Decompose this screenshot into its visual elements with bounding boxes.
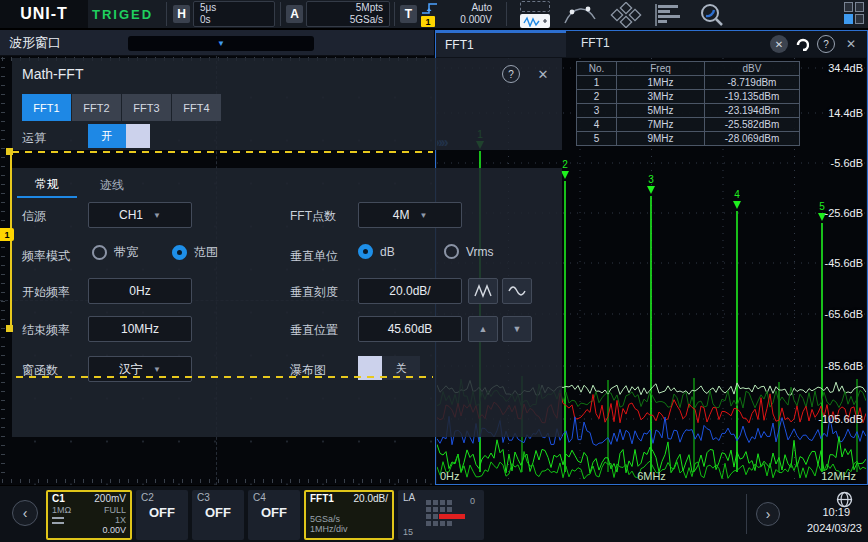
horizontal-chip[interactable]: H bbox=[173, 5, 190, 23]
select-tool-icon[interactable] bbox=[520, 1, 550, 12]
fft-scale: 20.0dB/ bbox=[354, 493, 388, 504]
window-dropdown-handle[interactable]: ▼ bbox=[128, 36, 314, 51]
table-cell: 5MHz bbox=[617, 104, 705, 118]
trigger-chip[interactable]: T bbox=[400, 5, 417, 23]
ch1-trace-top bbox=[12, 151, 433, 153]
start-freq-label: 开始频率 bbox=[22, 284, 70, 301]
table-header: dBV bbox=[705, 62, 800, 76]
layout-grid-icon[interactable] bbox=[844, 2, 866, 27]
y-axis-label: -85.6dB bbox=[824, 360, 863, 372]
y-axis-label: -105.6dB bbox=[818, 413, 863, 425]
table-header: No. bbox=[577, 62, 617, 76]
horizontal-values[interactable]: 5μs 0s bbox=[193, 1, 275, 27]
window-func-value: 汉宁 bbox=[119, 361, 143, 378]
source-select[interactable]: CH1▼ bbox=[88, 202, 192, 228]
c2-state: OFF bbox=[136, 505, 188, 520]
channel-c2-box[interactable]: C2 OFF bbox=[136, 490, 188, 540]
y-axis-label: -65.6dB bbox=[824, 308, 863, 320]
search-icon[interactable] bbox=[694, 2, 730, 28]
c3-state: OFF bbox=[192, 505, 244, 520]
end-freq-input[interactable]: 10MHz bbox=[88, 316, 192, 342]
tab-fft3[interactable]: FFT3 bbox=[122, 94, 171, 121]
table-row: 47MHz-25.582dBm bbox=[577, 118, 800, 132]
radio-circle bbox=[172, 245, 187, 260]
tab-trace[interactable]: 迹线 bbox=[82, 172, 142, 198]
math-fft-dialog-header-card: Math-FFT ? ✕ FFT1 FFT2 FFT3 FFT4 运算 开 bbox=[12, 58, 562, 150]
acquire-chip[interactable]: A bbox=[286, 5, 303, 23]
table-row: 35MHz-23.194dBm bbox=[577, 104, 800, 118]
radio-label: dB bbox=[380, 245, 395, 259]
fft-window-tab[interactable]: FFT1 bbox=[436, 31, 566, 57]
table-cell: 1MHz bbox=[617, 76, 705, 90]
table-cell: -25.582dBm bbox=[705, 118, 800, 132]
trigger-source-badge: 1 bbox=[421, 16, 435, 27]
fft-hdiv: 1MHz/div bbox=[306, 524, 392, 534]
table-cell: 1 bbox=[577, 76, 617, 90]
c2-name: C2 bbox=[136, 490, 188, 505]
close-window-icon[interactable]: ✕ bbox=[842, 35, 860, 53]
detach-window-icon[interactable] bbox=[793, 35, 811, 53]
divider bbox=[506, 2, 507, 26]
histogram-icon[interactable] bbox=[652, 2, 684, 28]
tab-fft2[interactable]: FFT2 bbox=[72, 94, 121, 121]
channel-c1-box[interactable]: C1 200mV 1MΩ FULL 1X 0.00V bbox=[46, 490, 132, 540]
start-freq-input[interactable]: 0Hz bbox=[88, 278, 192, 304]
y-axis-label: -5.6dB bbox=[831, 157, 863, 169]
fft-points-select[interactable]: 4M▼ bbox=[358, 202, 462, 228]
bottom-channel-bar: ‹ C1 200mV 1MΩ FULL 1X 0.00V C2 OFF bbox=[0, 485, 868, 542]
waveform-move-icon[interactable] bbox=[520, 14, 550, 28]
help-icon[interactable]: ? bbox=[817, 35, 835, 53]
c1-bandwidth: FULL bbox=[104, 505, 126, 515]
table-cell: 5 bbox=[577, 132, 617, 146]
channel-c3-box[interactable]: C3 OFF bbox=[192, 490, 244, 540]
table-row: 23MHz-19.135dBm bbox=[577, 90, 800, 104]
tab-fft1[interactable]: FFT1 bbox=[22, 94, 71, 121]
collapse-left-button[interactable]: ‹ bbox=[12, 500, 38, 526]
window-func-select[interactable]: 汉宁▼ bbox=[88, 356, 192, 382]
clear-icon[interactable]: ✕ bbox=[770, 35, 788, 53]
vpos-input[interactable]: 45.60dB bbox=[358, 316, 462, 342]
trigger-values[interactable]: Auto 0.000V bbox=[438, 1, 498, 27]
table-row: 11MHz-8.719dBm bbox=[577, 76, 800, 90]
c1-impedance: 1MΩ bbox=[52, 505, 71, 515]
operation-toggle[interactable]: 开 bbox=[88, 124, 150, 148]
channel-c4-box[interactable]: C4 OFF bbox=[248, 490, 300, 540]
expand-right-button[interactable]: › bbox=[756, 502, 780, 526]
trig-mode: Auto bbox=[471, 2, 492, 14]
trig-level: 0.000V bbox=[460, 14, 492, 26]
radio-label: 带宽 bbox=[114, 244, 138, 261]
tab-fft4[interactable]: FFT4 bbox=[172, 94, 221, 121]
dialog-close-icon[interactable]: ✕ bbox=[534, 65, 552, 83]
x-axis-label: 0Hz bbox=[440, 470, 460, 482]
divider bbox=[746, 494, 747, 534]
c1-name: C1 bbox=[52, 493, 65, 504]
radio-bandwidth[interactable]: 带宽 bbox=[92, 244, 138, 261]
radio-range[interactable]: 范围 bbox=[172, 244, 218, 261]
x-axis-label: 6MHz bbox=[637, 470, 666, 482]
fft-peak-table: No.FreqdBV11MHz-8.719dBm23MHz-19.135dBm3… bbox=[576, 61, 800, 146]
measure-ab-icon[interactable] bbox=[562, 2, 598, 28]
acquire-values[interactable]: 5Mpts 5GSa/s bbox=[306, 1, 390, 27]
x-axis-label: 12MHz bbox=[821, 470, 856, 482]
svg-text:3: 3 bbox=[648, 174, 654, 185]
radio-vrms[interactable]: Vrms bbox=[444, 244, 494, 259]
radio-circle bbox=[358, 244, 373, 259]
table-cell: -28.069dBm bbox=[705, 132, 800, 146]
radio-db[interactable]: dB bbox=[358, 244, 395, 259]
xy-mode-icon[interactable] bbox=[608, 2, 644, 28]
vscale-coarse-button[interactable] bbox=[468, 278, 498, 304]
divider bbox=[280, 2, 281, 26]
tab-general[interactable]: 常规 bbox=[17, 172, 77, 198]
fft1-status-box[interactable]: FFT1 20.0dB/ 5GSa/s 1MHz/div bbox=[304, 490, 394, 540]
brand-logo: UNI-T bbox=[0, 0, 88, 28]
fft-tabs: FFT1 FFT2 FFT3 FFT4 bbox=[22, 94, 222, 121]
la-status-box[interactable]: LA 0 15 bbox=[398, 490, 484, 540]
vscale-input[interactable]: 20.0dB/ bbox=[358, 278, 462, 304]
vpos-down-button[interactable]: ▼ bbox=[502, 316, 532, 342]
vpos-up-button[interactable]: ▲ bbox=[468, 316, 498, 342]
table-cell: -23.194dBm bbox=[705, 104, 800, 118]
ch1-position-badge[interactable]: 1 bbox=[0, 228, 14, 241]
dc-coupling-icon bbox=[52, 517, 64, 524]
dialog-help-icon[interactable]: ? bbox=[502, 65, 520, 83]
vscale-fine-button[interactable] bbox=[502, 278, 532, 304]
